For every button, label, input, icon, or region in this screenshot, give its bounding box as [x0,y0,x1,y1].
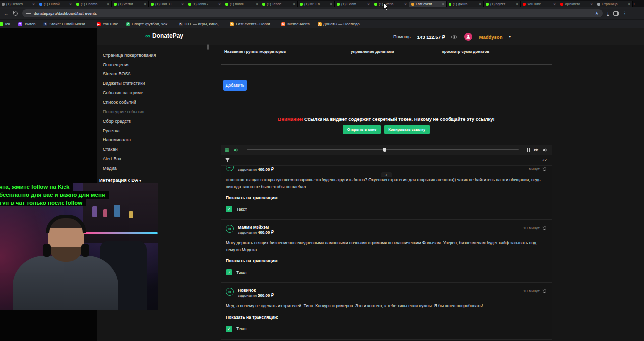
browser-tab[interactable]: (1) Chamb...✕ [74,1,112,7]
tab-close-icon[interactable]: ✕ [479,2,481,6]
tab-close-icon[interactable]: ✕ [442,2,444,6]
browser-tab[interactable]: (1) hundi...✕ [223,1,260,7]
sidebar-item-fundraising[interactable]: Сбор средств [97,116,208,126]
refresh-icon[interactable] [542,226,547,230]
tab-close-icon[interactable]: ✕ [590,2,593,6]
text-checkbox[interactable]: ✓ [226,206,232,212]
sidebar-integration-da[interactable]: Интеграция с DA ▾ [97,177,208,183]
tab-close-icon[interactable]: ✕ [256,2,258,6]
browser-tab[interactable]: (1) Ventur...✕ [112,1,149,7]
browser-menu-icon[interactable]: ⋮ [623,11,627,16]
tab-close-icon[interactable]: ✕ [367,2,370,6]
sidebar-item-notifications[interactable]: Оповещения [97,60,208,69]
help-link[interactable]: Помощь [393,34,411,39]
bookmark-item[interactable]: ▶YouTube [97,22,118,26]
layout-grid-icon[interactable]: ▦ [225,147,229,152]
pause-icon[interactable] [527,148,530,152]
browser-tab[interactable]: (1) Онлай...✕ [37,1,74,7]
browser-tab[interactable]: (1) джига...✕ [447,1,484,7]
volume-slider[interactable] [247,149,519,150]
text-checkbox[interactable]: ✓ [226,269,232,275]
window-minimize-button[interactable]: — [635,1,644,6]
browser-tab[interactable]: Vjlinkhero...✕ [558,1,595,7]
browser-tab[interactable]: Страница...✕ [595,1,633,7]
glow-strip [83,232,158,234]
sidebar-scrollbar[interactable] [207,44,209,50]
sidebar-item-stakan[interactable]: Стакан [97,144,208,154]
tab-close-icon[interactable]: ✕ [404,2,407,6]
mark-all-read-icon[interactable]: ✓✓ [542,158,548,162]
tab-close-icon[interactable]: ✕ [293,2,295,6]
downloads-icon[interactable]: ↓ [607,11,609,16]
browser-tab[interactable]: (1) Heroes✕ [0,1,37,7]
address-bar[interactable]: donatepay.ru/dashboard/last-events ★ [22,9,603,17]
filter-funnel-icon[interactable] [225,157,230,163]
sidebar-item-reminder[interactable]: Напоминалка [97,135,208,144]
bookmark-item[interactable]: MMeme Alerts [281,22,309,26]
tab-close-icon[interactable]: ✕ [181,2,184,6]
tab-close-icon[interactable]: ✕ [553,2,556,6]
browser-tab[interactable]: (1) nglzzz...✕ [484,1,521,7]
browser-tab-active[interactable]: Last event...✕ [409,1,447,7]
tab-close-icon[interactable]: ✕ [628,2,630,6]
tab-close-icon[interactable]: ✕ [218,2,221,6]
fast-forward-icon[interactable]: ▶▶ [534,148,538,152]
sidebar-item-stream-boss[interactable]: Stream BOSS [97,69,208,78]
sidebar-item-stats-widgets[interactable]: Виджеты статистики [97,78,208,88]
browser-tab[interactable]: (1) Tende...✕ [260,1,298,7]
sidebar-item-last-events[interactable]: Последние события [97,107,208,116]
open-in-window-button[interactable]: Открыть в окне [343,125,381,134]
collapse-chevron-icon[interactable]: ∧ [381,172,392,177]
bookmark-item[interactable]: TTwitch [18,22,36,26]
streamer-silhouette [13,256,118,310]
volume-icon[interactable] [542,147,548,153]
browser-tab[interactable]: (1) JohnG...✕ [186,1,223,7]
donation-amount: 400.00 ₽ [258,167,274,172]
sidebar-item-stream-events[interactable]: События на стриме [97,88,208,97]
browser-tab[interactable]: (1) Everla...✕ [372,1,409,7]
browser-tab[interactable]: YouTube✕ [521,1,558,7]
bookmark-item[interactable]: ССпорт: футбол, хок... [126,22,171,26]
sidebar-item-alert-box[interactable]: Alert-Box [97,154,208,163]
bookmark-item[interactable]: SStake: Онлайн-кази... [43,22,88,26]
show-text-option: ✓ Текст [226,206,547,212]
sidebar-item-roulette[interactable]: Рулетка [97,126,208,135]
address-url: donatepay.ru/dashboard/last-events [34,11,97,16]
sidebar-item-events-list[interactable]: Список событий [97,97,208,107]
bookmark-item[interactable]: DLast events - Donat... [230,22,273,26]
username-dropdown[interactable]: Maddyson [479,34,502,40]
add-button[interactable]: Добавить [223,80,247,91]
user-avatar[interactable] [464,33,472,41]
browser-tab[interactable]: (1) Evlam...✕ [335,1,372,7]
bookmark-item[interactable]: DDTF — игры, кино,... [179,22,222,26]
tab-close-icon[interactable]: ✕ [516,2,518,6]
reload-icon[interactable] [13,11,18,16]
figurine [92,206,97,217]
refresh-icon[interactable] [542,289,547,293]
refresh-icon[interactable] [542,167,547,171]
sidebar-item-donation-page[interactable]: Страница пожертвования [97,50,208,60]
browser-tab[interactable]: (1) Mr_En...✕ [298,1,335,7]
speaker-icon[interactable] [233,147,239,153]
donatepay-logo[interactable]: ∞ DonatePay [145,32,183,39]
tab-favicon [262,3,265,6]
tab-close-icon[interactable]: ✕ [32,2,35,6]
tab-close-icon[interactable]: ✕ [69,2,72,6]
tab-close-icon[interactable]: ✕ [144,2,146,6]
eye-icon[interactable] [451,35,458,39]
bookmark-item[interactable]: ick [0,22,10,26]
donor-block: задонатил 400.00 ₽ [238,167,274,172]
copy-link-button[interactable]: Копировать ссылку [384,125,430,134]
back-icon[interactable]: ← [4,11,9,16]
site-info-icon[interactable] [26,12,31,15]
tab-close-icon[interactable]: ✕ [107,2,109,6]
tab-favicon [523,3,526,6]
text-checkbox[interactable]: ✓ [226,326,232,332]
bookmark-item[interactable]: ДДонаты — Последо... [318,22,363,26]
tab-close-icon[interactable]: ✕ [330,2,332,6]
sidebar-item-media[interactable]: Медиа [97,163,208,173]
slider-thumb[interactable] [383,148,386,152]
side-panel-icon[interactable] [613,11,619,16]
bookmark-star-icon[interactable]: ★ [595,11,599,16]
browser-tab[interactable]: (1) Dad_C...✕ [149,1,186,7]
